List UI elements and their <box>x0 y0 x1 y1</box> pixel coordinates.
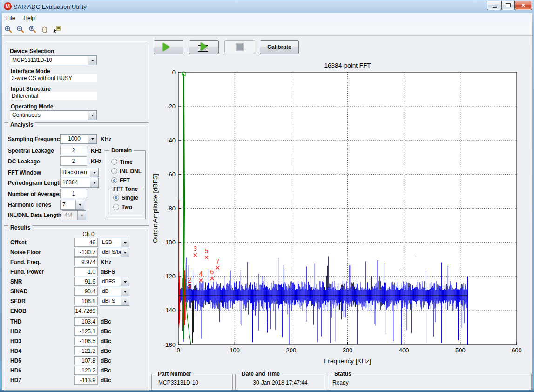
status-value: Ready <box>332 379 349 386</box>
svg-text:0: 0 <box>176 347 180 354</box>
svg-text:-20: -20 <box>167 103 176 110</box>
result-value[interactable]: 106.8 <box>74 297 98 305</box>
svg-text:2: 2 <box>188 277 191 284</box>
sampling-frequency-combo[interactable]: 1000 <box>60 134 97 144</box>
date-time-label: Date and Time <box>240 371 282 377</box>
svg-text:-40: -40 <box>167 137 176 144</box>
result-value[interactable]: 14.7269 <box>74 306 98 315</box>
result-unit-combo[interactable]: dBFS/bin <box>100 248 129 257</box>
result-label: Fund. Power <box>10 269 44 275</box>
radio-fft[interactable] <box>111 177 117 183</box>
inl-dnl-data-length-combo: 4M <box>62 210 86 220</box>
result-value[interactable]: -113.9 <box>74 376 98 385</box>
device-selection-combo[interactable]: MCP33131D-10 <box>10 55 97 65</box>
result-label: SINAD <box>10 288 27 295</box>
fft-chart-container: 23456701002003004005006000-20-40-60-80-1… <box>151 61 524 372</box>
result-unit-label: dBc <box>101 338 111 345</box>
result-value[interactable]: 90.4 <box>74 287 98 296</box>
result-value[interactable]: 9.974 <box>74 257 98 266</box>
result-unit-label: dBc <box>101 328 111 335</box>
svg-text:600: 600 <box>512 347 522 354</box>
svg-text:6: 6 <box>210 268 214 276</box>
radio-two-label: Two <box>122 204 132 210</box>
harmonic-tones-combo[interactable]: 7 <box>60 200 84 210</box>
pan-icon[interactable] <box>40 25 49 34</box>
zoom-in-icon[interactable] <box>4 25 13 34</box>
fft-window-value: Blackman <box>61 168 90 177</box>
result-unit-combo[interactable]: dBFS <box>100 277 129 286</box>
result-value[interactable]: 46 <box>74 238 98 247</box>
chevron-down-icon <box>88 111 96 120</box>
result-value[interactable]: -106.5 <box>74 337 98 345</box>
dc-leakage-input[interactable] <box>60 156 87 166</box>
result-unit-label: dBc <box>101 348 111 354</box>
radio-single[interactable] <box>113 195 119 201</box>
svg-text:Frequency [KHz]: Frequency [KHz] <box>324 358 371 365</box>
chevron-down-icon <box>121 238 129 247</box>
radio-two[interactable] <box>113 204 119 210</box>
minimize-button[interactable] <box>487 1 502 10</box>
stop-icon <box>236 43 244 51</box>
periodogram-length-combo[interactable]: 16384 <box>60 178 99 188</box>
result-unit-value: dBFS/bin <box>100 248 121 257</box>
result-value[interactable]: -107.8 <box>74 356 98 365</box>
svg-text:100: 100 <box>230 347 240 354</box>
result-value[interactable]: -120.2 <box>74 366 98 375</box>
microchip-logo-icon: M <box>4 2 12 10</box>
radio-inl-dnl[interactable] <box>111 168 117 174</box>
spectral-leakage-input[interactable] <box>60 146 87 155</box>
close-button[interactable]: ✕ <box>514 1 532 10</box>
calibrate-button[interactable]: Calibrate <box>260 40 299 54</box>
svg-text:5: 5 <box>205 247 209 255</box>
operating-mode-combo[interactable]: Continuous <box>10 110 97 120</box>
fft-window-combo[interactable]: Blackman <box>60 168 99 177</box>
result-value[interactable]: -125.1 <box>74 327 98 336</box>
result-value[interactable]: -1.0 <box>74 267 98 276</box>
fft-tone-group: FFT Tone Single Two <box>109 189 142 216</box>
radio-time[interactable] <box>111 159 117 165</box>
chevron-down-icon <box>88 135 96 143</box>
close-icon: ✕ <box>521 2 525 8</box>
result-value[interactable]: -103.4 <box>74 317 98 326</box>
zoom-fit-icon[interactable]: F <box>28 25 37 34</box>
maximize-button[interactable] <box>501 1 515 10</box>
operating-mode-value: Continuous <box>10 111 88 120</box>
zoom-out-icon[interactable] <box>16 25 25 34</box>
menu-help[interactable]: Help <box>19 14 39 22</box>
chevron-down-icon <box>77 211 86 220</box>
sampling-frequency-label: Sampling Frequency <box>8 136 63 142</box>
result-value[interactable]: -130.7 <box>74 248 98 257</box>
title-bar[interactable]: M SAR ADC Evaluation Utility ✕ <box>0 0 534 13</box>
device-selection-label: Device Selection <box>10 48 54 54</box>
chevron-down-icon <box>90 168 98 177</box>
interface-mode-label: Interface Mode <box>11 68 50 74</box>
operating-mode-label: Operating Mode <box>11 103 53 110</box>
result-unit-combo[interactable]: dB <box>100 287 129 296</box>
number-of-averages-input[interactable] <box>60 189 87 198</box>
run-single-button[interactable] <box>189 40 219 54</box>
spectral-leakage-label: Spectral Leakage <box>8 148 54 154</box>
run-button[interactable] <box>154 40 183 54</box>
result-value[interactable]: 91.6 <box>74 277 98 286</box>
fft-window-label: FFT Window <box>8 169 41 176</box>
result-label: Noise Floor <box>10 249 41 256</box>
dc-leakage-label: DC Leakage <box>8 158 40 165</box>
sampling-frequency-unit: KHz <box>101 136 111 142</box>
svg-text:4: 4 <box>199 270 203 277</box>
device-panel: Device Selection MCP33131D-10 Interface … <box>4 41 149 123</box>
result-unit-label: dBc <box>101 358 111 364</box>
result-value[interactable]: -121.3 <box>74 346 98 355</box>
svg-text:3: 3 <box>193 245 197 252</box>
menu-file[interactable]: File <box>2 14 19 22</box>
result-unit-label: KHz <box>101 259 111 265</box>
data-cursor-icon[interactable] <box>52 25 61 34</box>
svg-text:Output Amplitude [dBFS]: Output Amplitude [dBFS] <box>152 174 159 243</box>
result-unit-combo[interactable]: dBFS <box>100 297 129 306</box>
stop-button <box>224 40 255 54</box>
device-selection-value: MCP33131D-10 <box>10 56 88 65</box>
fft-chart[interactable]: 23456701002003004005006000-20-40-60-80-1… <box>151 61 524 372</box>
result-label: Fund. Freq. <box>10 259 41 265</box>
figure-toolbar: F <box>2 23 532 36</box>
result-unit-combo[interactable]: LSB <box>100 238 129 247</box>
channel-header: Ch 0 <box>75 231 102 237</box>
